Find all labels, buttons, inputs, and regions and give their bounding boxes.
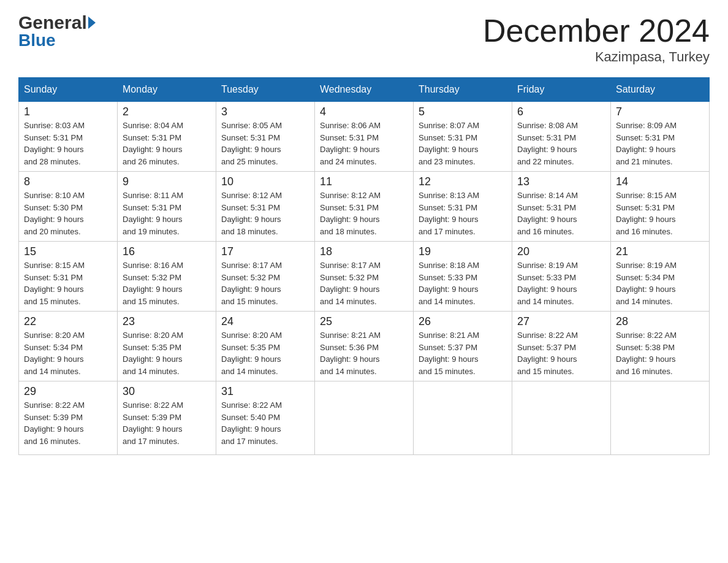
calendar-cell: 7Sunrise: 8:09 AMSunset: 5:31 PMDaylight…	[611, 102, 710, 172]
header-cell-saturday: Saturday	[611, 78, 710, 102]
day-info: Sunrise: 8:10 AMSunset: 5:30 PMDaylight:…	[24, 190, 112, 237]
day-info: Sunrise: 8:17 AMSunset: 5:32 PMDaylight:…	[320, 259, 408, 307]
calendar-cell: 10Sunrise: 8:12 AMSunset: 5:31 PMDayligh…	[216, 172, 315, 242]
week-row-3: 15Sunrise: 8:15 AMSunset: 5:31 PMDayligh…	[19, 242, 710, 312]
calendar-cell: 5Sunrise: 8:07 AMSunset: 5:31 PMDaylight…	[414, 102, 512, 172]
calendar-cell: 3Sunrise: 8:05 AMSunset: 5:31 PMDaylight…	[216, 102, 315, 172]
day-info: Sunrise: 8:20 AMSunset: 5:35 PMDaylight:…	[123, 329, 211, 377]
page-header: General Blue December 2024 Kazimpasa, Tu…	[18, 12, 710, 65]
day-number: 29	[24, 385, 112, 398]
day-info: Sunrise: 8:03 AMSunset: 5:31 PMDaylight:…	[24, 120, 112, 167]
calendar-header: SundayMondayTuesdayWednesdayThursdayFrid…	[19, 78, 710, 102]
day-info: Sunrise: 8:22 AMSunset: 5:38 PMDaylight:…	[616, 329, 704, 377]
calendar-cell	[512, 381, 611, 455]
day-number: 1	[24, 105, 112, 118]
day-number: 12	[419, 175, 507, 188]
day-number: 7	[616, 105, 704, 118]
calendar-table: SundayMondayTuesdayWednesdayThursdayFrid…	[18, 77, 710, 455]
day-info: Sunrise: 8:22 AMSunset: 5:37 PMDaylight:…	[517, 329, 605, 377]
calendar-cell: 11Sunrise: 8:12 AMSunset: 5:31 PMDayligh…	[315, 172, 414, 242]
day-info: Sunrise: 8:04 AMSunset: 5:31 PMDaylight:…	[123, 120, 211, 167]
day-info: Sunrise: 8:11 AMSunset: 5:31 PMDaylight:…	[123, 190, 211, 237]
week-row-2: 8Sunrise: 8:10 AMSunset: 5:30 PMDaylight…	[19, 172, 710, 242]
day-info: Sunrise: 8:06 AMSunset: 5:31 PMDaylight:…	[320, 120, 408, 167]
day-number: 3	[221, 105, 309, 118]
calendar-cell: 31Sunrise: 8:22 AMSunset: 5:40 PMDayligh…	[216, 381, 315, 455]
calendar-cell: 21Sunrise: 8:19 AMSunset: 5:34 PMDayligh…	[611, 242, 710, 312]
calendar-cell: 30Sunrise: 8:22 AMSunset: 5:39 PMDayligh…	[118, 381, 216, 455]
day-info: Sunrise: 8:12 AMSunset: 5:31 PMDaylight:…	[320, 190, 408, 237]
calendar-cell: 27Sunrise: 8:22 AMSunset: 5:37 PMDayligh…	[512, 312, 611, 381]
day-info: Sunrise: 8:21 AMSunset: 5:36 PMDaylight:…	[320, 329, 408, 377]
calendar-cell: 25Sunrise: 8:21 AMSunset: 5:36 PMDayligh…	[315, 312, 414, 381]
header-cell-tuesday: Tuesday	[216, 78, 315, 102]
calendar-cell	[611, 381, 710, 455]
day-info: Sunrise: 8:12 AMSunset: 5:31 PMDaylight:…	[221, 190, 309, 237]
day-info: Sunrise: 8:05 AMSunset: 5:31 PMDaylight:…	[221, 120, 309, 167]
day-number: 11	[320, 175, 408, 188]
calendar-cell: 2Sunrise: 8:04 AMSunset: 5:31 PMDaylight…	[118, 102, 216, 172]
day-number: 27	[517, 315, 605, 328]
day-number: 20	[517, 245, 605, 258]
day-number: 5	[419, 105, 507, 118]
title-block: December 2024 Kazimpasa, Turkey	[483, 12, 710, 65]
page-title: December 2024	[483, 12, 710, 49]
day-info: Sunrise: 8:09 AMSunset: 5:31 PMDaylight:…	[616, 120, 704, 167]
day-number: 4	[320, 105, 408, 118]
calendar-cell: 9Sunrise: 8:11 AMSunset: 5:31 PMDaylight…	[118, 172, 216, 242]
day-number: 22	[24, 315, 112, 328]
calendar-cell: 1Sunrise: 8:03 AMSunset: 5:31 PMDaylight…	[19, 102, 118, 172]
calendar-cell: 14Sunrise: 8:15 AMSunset: 5:31 PMDayligh…	[611, 172, 710, 242]
logo: General Blue	[18, 12, 97, 50]
calendar-cell: 16Sunrise: 8:16 AMSunset: 5:32 PMDayligh…	[118, 242, 216, 312]
calendar-cell	[315, 381, 414, 455]
day-info: Sunrise: 8:08 AMSunset: 5:31 PMDaylight:…	[517, 120, 605, 167]
calendar-cell: 8Sunrise: 8:10 AMSunset: 5:30 PMDaylight…	[19, 172, 118, 242]
day-info: Sunrise: 8:22 AMSunset: 5:39 PMDaylight:…	[24, 399, 112, 447]
day-number: 26	[419, 315, 507, 328]
day-number: 18	[320, 245, 408, 258]
calendar-cell	[414, 381, 512, 455]
day-info: Sunrise: 8:14 AMSunset: 5:31 PMDaylight:…	[517, 190, 605, 237]
header-cell-wednesday: Wednesday	[315, 78, 414, 102]
day-number: 25	[320, 315, 408, 328]
day-info: Sunrise: 8:19 AMSunset: 5:33 PMDaylight:…	[517, 259, 605, 307]
calendar-cell: 23Sunrise: 8:20 AMSunset: 5:35 PMDayligh…	[118, 312, 216, 381]
calendar-cell: 20Sunrise: 8:19 AMSunset: 5:33 PMDayligh…	[512, 242, 611, 312]
calendar-cell: 26Sunrise: 8:21 AMSunset: 5:37 PMDayligh…	[414, 312, 512, 381]
day-number: 31	[221, 385, 309, 398]
day-info: Sunrise: 8:21 AMSunset: 5:37 PMDaylight:…	[419, 329, 507, 377]
day-info: Sunrise: 8:19 AMSunset: 5:34 PMDaylight:…	[616, 259, 704, 307]
day-info: Sunrise: 8:18 AMSunset: 5:33 PMDaylight:…	[419, 259, 507, 307]
calendar-cell: 4Sunrise: 8:06 AMSunset: 5:31 PMDaylight…	[315, 102, 414, 172]
day-number: 8	[24, 175, 112, 188]
calendar-cell: 22Sunrise: 8:20 AMSunset: 5:34 PMDayligh…	[19, 312, 118, 381]
page-subtitle: Kazimpasa, Turkey	[483, 49, 710, 65]
day-info: Sunrise: 8:15 AMSunset: 5:31 PMDaylight:…	[24, 259, 112, 307]
calendar-cell: 12Sunrise: 8:13 AMSunset: 5:31 PMDayligh…	[414, 172, 512, 242]
logo-arrow-icon	[88, 17, 96, 29]
day-number: 9	[123, 175, 211, 188]
day-info: Sunrise: 8:15 AMSunset: 5:31 PMDaylight:…	[616, 190, 704, 237]
week-row-4: 22Sunrise: 8:20 AMSunset: 5:34 PMDayligh…	[19, 312, 710, 381]
calendar-cell: 19Sunrise: 8:18 AMSunset: 5:33 PMDayligh…	[414, 242, 512, 312]
calendar-cell: 28Sunrise: 8:22 AMSunset: 5:38 PMDayligh…	[611, 312, 710, 381]
day-number: 14	[616, 175, 704, 188]
day-info: Sunrise: 8:20 AMSunset: 5:34 PMDaylight:…	[24, 329, 112, 377]
day-info: Sunrise: 8:17 AMSunset: 5:32 PMDaylight:…	[221, 259, 309, 307]
day-number: 21	[616, 245, 704, 258]
day-number: 30	[123, 385, 211, 398]
logo-general-text: General	[18, 12, 87, 33]
day-number: 17	[221, 245, 309, 258]
week-row-1: 1Sunrise: 8:03 AMSunset: 5:31 PMDaylight…	[19, 102, 710, 172]
logo-blue-text: Blue	[18, 31, 56, 50]
calendar-cell: 15Sunrise: 8:15 AMSunset: 5:31 PMDayligh…	[19, 242, 118, 312]
day-info: Sunrise: 8:16 AMSunset: 5:32 PMDaylight:…	[123, 259, 211, 307]
day-number: 23	[123, 315, 211, 328]
calendar-cell: 6Sunrise: 8:08 AMSunset: 5:31 PMDaylight…	[512, 102, 611, 172]
header-cell-monday: Monday	[118, 78, 216, 102]
calendar-body: 1Sunrise: 8:03 AMSunset: 5:31 PMDaylight…	[19, 102, 710, 455]
day-info: Sunrise: 8:20 AMSunset: 5:35 PMDaylight:…	[221, 329, 309, 377]
header-row: SundayMondayTuesdayWednesdayThursdayFrid…	[19, 78, 710, 102]
day-info: Sunrise: 8:13 AMSunset: 5:31 PMDaylight:…	[419, 190, 507, 237]
